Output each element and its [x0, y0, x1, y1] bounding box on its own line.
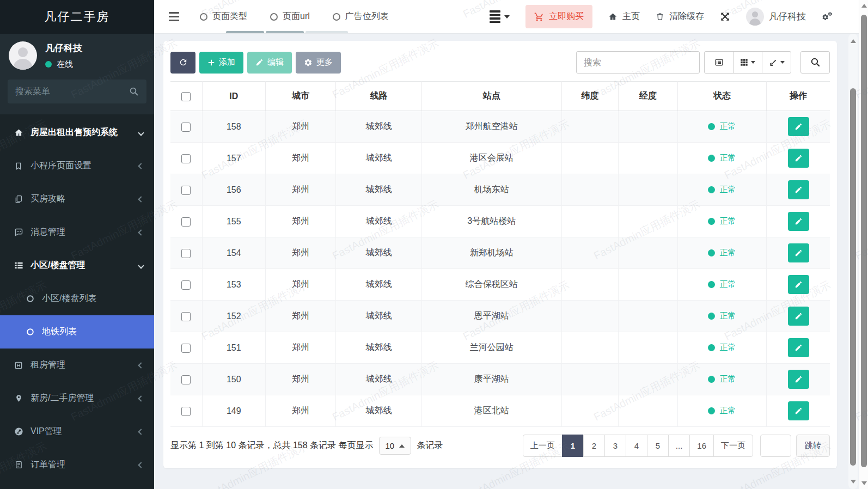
status-label[interactable]: 正常 — [719, 374, 736, 384]
row-checkbox[interactable] — [181, 123, 191, 132]
scrollbar-thumb[interactable] — [861, 15, 867, 467]
hamburger-menu-icon[interactable] — [169, 12, 179, 21]
next-page-button[interactable]: 下一页 — [713, 435, 753, 457]
scroll-down-icon[interactable] — [861, 481, 867, 485]
jump-page-input[interactable] — [760, 435, 791, 457]
select-all-checkbox[interactable] — [181, 92, 191, 101]
status-dot-icon — [708, 376, 715, 383]
status-label[interactable]: 正常 — [719, 121, 736, 132]
sidebar-item-mini-program-pages[interactable]: 小程序页面设置 — [0, 149, 154, 182]
scroll-down-icon[interactable] — [851, 480, 856, 484]
row-checkbox[interactable] — [181, 407, 191, 416]
row-checkbox[interactable] — [181, 312, 191, 321]
tab-page-type[interactable]: 页面类型 — [200, 11, 247, 22]
sidebar-item-buying-guide[interactable]: 买房攻略 — [0, 182, 154, 216]
column-header-station[interactable]: 站点 — [421, 82, 561, 111]
column-header-id[interactable]: ID — [202, 82, 265, 111]
edit-row-button[interactable] — [788, 117, 809, 136]
column-header-line[interactable]: 线路 — [336, 82, 421, 111]
column-header-lng[interactable]: 经度 — [618, 82, 677, 111]
row-checkbox[interactable] — [181, 249, 191, 258]
cell-longitude — [618, 332, 677, 364]
page-size-select[interactable]: 10 — [379, 437, 412, 455]
edit-row-button[interactable] — [788, 149, 809, 168]
column-header-city[interactable]: 城市 — [265, 82, 336, 111]
page-number-button[interactable]: 5 — [647, 435, 669, 457]
row-checkbox[interactable] — [181, 154, 191, 163]
inner-scrollbar[interactable] — [848, 34, 858, 489]
menu-search-input[interactable] — [15, 87, 129, 96]
detail-view-button[interactable] — [704, 51, 733, 74]
browser-scrollbar[interactable] — [859, 0, 868, 489]
edit-row-button[interactable] — [788, 243, 809, 262]
sidebar-item-order-management[interactable]: 订单管理 — [0, 448, 154, 481]
plus-icon — [207, 59, 215, 66]
export-dropdown-button[interactable] — [762, 51, 791, 74]
status-label[interactable]: 正常 — [719, 185, 736, 195]
status-label[interactable]: 正常 — [719, 343, 736, 353]
sidebar-item-message-management[interactable]: 消息管理 — [0, 216, 154, 249]
page-number-button[interactable]: 16 — [689, 435, 714, 457]
sidebar-item-community-list[interactable]: 小区/楼盘列表 — [0, 282, 154, 315]
column-header-status[interactable]: 状态 — [677, 82, 766, 111]
settings-button[interactable] — [822, 11, 834, 22]
edit-row-button[interactable] — [788, 275, 809, 294]
sidebar-item-reservation-system[interactable]: 房屋出租出售预约系统 — [0, 116, 154, 149]
page-number-button[interactable]: 3 — [604, 435, 626, 457]
page-number-button[interactable]: ... — [668, 435, 690, 457]
cell-city: 郑州 — [265, 332, 336, 364]
user-avatar[interactable] — [9, 41, 37, 70]
columns-dropdown-button[interactable] — [733, 51, 762, 74]
scrollbar-thumb[interactable] — [850, 88, 856, 466]
cell-operate — [767, 301, 830, 332]
page-number-button[interactable]: 4 — [626, 435, 647, 457]
advanced-search-button[interactable] — [800, 51, 830, 74]
scroll-up-icon[interactable] — [851, 39, 856, 43]
status-label[interactable]: 正常 — [719, 406, 736, 416]
status-label[interactable]: 正常 — [719, 279, 736, 290]
jump-button[interactable]: 跳转 — [796, 435, 830, 457]
row-checkbox[interactable] — [181, 375, 191, 384]
status-label[interactable]: 正常 — [719, 153, 736, 163]
sidebar-item-rental-management[interactable]: 租房管理 — [0, 349, 154, 382]
sidebar-item-subway-list[interactable]: 地铁列表 — [0, 315, 154, 349]
more-button[interactable]: 更多 — [296, 52, 341, 74]
edit-row-button[interactable] — [788, 307, 809, 326]
edit-row-button[interactable] — [788, 370, 809, 389]
fullscreen-button[interactable] — [720, 11, 730, 22]
table-search-input[interactable] — [576, 51, 700, 74]
home-button[interactable]: 主页 — [608, 11, 640, 22]
page-number-button[interactable]: 1 — [562, 435, 584, 457]
edit-row-button[interactable] — [788, 212, 809, 231]
add-button[interactable]: 添加 — [199, 52, 243, 74]
status-label[interactable]: 正常 — [719, 248, 736, 258]
user-menu[interactable]: 凡仔科技 — [746, 8, 806, 26]
edit-row-button[interactable] — [788, 401, 809, 420]
cell-line: 城郊线 — [336, 269, 421, 301]
table-header-row: ID 城市 线路 站点 纬度 经度 状态 操作 — [170, 82, 830, 111]
page-number-button[interactable]: 2 — [583, 435, 605, 457]
row-checkbox[interactable] — [181, 344, 191, 353]
refresh-button[interactable] — [170, 52, 195, 74]
sidebar-item-new-house-management[interactable]: 新房/二手房管理 — [0, 382, 154, 415]
edit-button[interactable]: 编辑 — [247, 52, 292, 74]
row-checkbox[interactable] — [181, 280, 191, 290]
tab-list-dropdown[interactable] — [490, 10, 510, 23]
prev-page-button[interactable]: 上一页 — [523, 435, 563, 457]
clear-cache-button[interactable]: 清除缓存 — [656, 11, 704, 22]
tab-page-url[interactable]: 页面url — [270, 11, 310, 22]
sidebar-item-vip-management[interactable]: VIP管理 — [0, 415, 154, 448]
column-header-lat[interactable]: 纬度 — [561, 82, 618, 111]
cell-operate — [767, 395, 830, 427]
row-checkbox[interactable] — [181, 217, 191, 227]
status-label[interactable]: 正常 — [719, 216, 736, 227]
row-checkbox[interactable] — [181, 186, 191, 195]
scroll-up-icon[interactable] — [861, 4, 867, 8]
status-label[interactable]: 正常 — [719, 311, 736, 321]
cell-operate — [767, 332, 830, 364]
sidebar-item-community-management[interactable]: 小区/楼盘管理 — [0, 249, 154, 282]
buy-now-button[interactable]: 立即购买 — [525, 5, 592, 28]
edit-row-button[interactable] — [788, 180, 809, 199]
edit-row-button[interactable] — [788, 338, 809, 357]
tab-ad-slot-list[interactable]: 广告位列表 — [333, 11, 389, 22]
